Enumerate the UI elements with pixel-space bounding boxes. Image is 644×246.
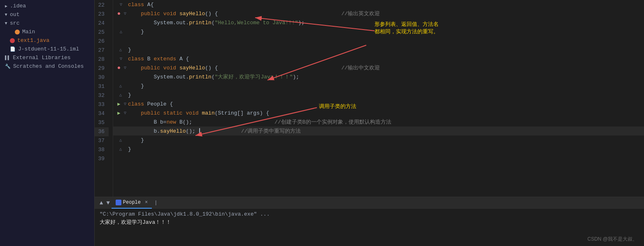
class-orange-icon: [15, 30, 20, 34]
code-line-31: }: [128, 81, 644, 90]
code-line-32: }: [128, 90, 644, 99]
gutter-column: ▽ ●▽ △ △ ▽ ●▽ △ △ ▶▽ ▶▽ △ △: [113, 0, 128, 197]
console-cmd-text: "C:\Program Files\Java\jdk1.8.0_192\bin\…: [100, 211, 270, 217]
code-line-25: }: [128, 27, 644, 36]
code-line-34: public static void main(String[] args) {: [128, 108, 644, 117]
sidebar-item-label: Main: [22, 29, 35, 35]
fold-icon[interactable]: ▽: [120, 2, 122, 7]
code-line-36: b.sayHello(); //调用子类中重写的方法: [128, 126, 644, 136]
fold-icon[interactable]: ▽: [124, 11, 126, 16]
watermark: CSDN @我不是大叔、: [587, 236, 637, 243]
sidebar-item-scratches[interactable]: 🔧 Scratches and Consoles: [0, 62, 94, 71]
code-line-39: [128, 154, 644, 163]
fold-icon[interactable]: ▽: [124, 101, 126, 106]
code-line-35: B b=new B();//创建子类B的一个实例对象，使用默认构造方法: [128, 117, 644, 126]
run-icon[interactable]: ▶: [115, 101, 123, 107]
sidebar-item-iml[interactable]: 📄 J-stduent-11-15.iml: [0, 45, 94, 53]
fold-icon[interactable]: ▽: [120, 56, 122, 61]
sidebar-item-label: out: [10, 11, 19, 18]
scratches-icon: 🔧: [5, 64, 11, 69]
sidebar-item-label: src: [10, 20, 19, 26]
code-line-22: class A{: [128, 0, 644, 9]
fold-icon[interactable]: △: [119, 83, 122, 88]
libraries-icon: ▌▌: [5, 55, 10, 60]
sidebar-item-label: External Libraries: [13, 55, 70, 61]
code-line-38: }: [128, 145, 644, 154]
sidebar-item-text1[interactable]: text1.java: [0, 36, 94, 45]
editor-container: 22 23 24 25 26 27 28 29 30 31 32 33 34 3…: [95, 0, 644, 246]
code-line-37: }: [128, 136, 644, 145]
fold-icon[interactable]: △: [119, 92, 122, 97]
fold-icon[interactable]: △: [119, 47, 122, 52]
run-icon[interactable]: ▶: [115, 110, 123, 116]
arrow-icon: ▶: [4, 22, 9, 24]
code-line-30: System.out.println("大家好，欢迎学习Java！！！");: [128, 72, 644, 81]
sidebar-item-label: .idea: [10, 3, 26, 9]
nav-up-button[interactable]: ▲: [98, 199, 105, 207]
console-output-text: 大家好，欢迎学习Java！！！: [100, 219, 171, 225]
sidebar-item-label: J-stduent-11-15.iml: [18, 46, 79, 52]
line-numbers: 22 23 24 25 26 27 28 29 30 31 32 33 34 3…: [95, 0, 113, 197]
fold-icon[interactable]: ▽: [124, 110, 126, 115]
sidebar-item-ext-libs[interactable]: ▌▌ External Libraries: [0, 53, 94, 62]
sidebar-item-out[interactable]: ▶ out: [0, 10, 94, 19]
fold-icon[interactable]: △: [119, 138, 122, 143]
code-line-23: public void sayHello() {//输出英文欢迎: [128, 9, 644, 18]
tab-separator: |: [154, 200, 157, 206]
console-output: "C:\Program Files\Java\jdk1.8.0_192\bin\…: [95, 209, 644, 246]
breakpoint-icon[interactable]: ●: [115, 64, 123, 71]
class-tab-icon: [116, 200, 121, 205]
nav-down-button[interactable]: ▼: [105, 199, 111, 207]
arrow-icon: ▶: [4, 13, 9, 16]
sidebar-item-idea[interactable]: ▶ .idea: [0, 2, 94, 10]
sidebar: ▶ .idea ▶ out ▶ src Main text1.java 📄 J-…: [0, 0, 95, 246]
class-red-icon: [10, 38, 15, 43]
sidebar-item-label: Scratches and Consoles: [13, 63, 84, 69]
tab-people-label: People: [123, 200, 141, 205]
code-line-26: [128, 36, 644, 45]
console-line-cmd: "C:\Program Files\Java\jdk1.8.0_192\bin\…: [100, 210, 639, 218]
fold-icon[interactable]: △: [119, 147, 122, 152]
arrow-icon: ▶: [5, 4, 7, 9]
code-line-27: }: [128, 45, 644, 54]
code-area: 22 23 24 25 26 27 28 29 30 31 32 33 34 3…: [95, 0, 644, 197]
code-line-33: class People {: [128, 99, 644, 108]
code-line-28: class B extends A {: [128, 54, 644, 63]
code-lines[interactable]: class A{ public void sayHello() {//输出英文欢…: [128, 0, 644, 197]
tab-people[interactable]: People ×: [112, 197, 152, 209]
bottom-panel: ▲ ▼ People × | "C:\Program Files\Java\jd…: [95, 197, 644, 246]
file-icon: 📄: [10, 46, 16, 52]
bottom-tabs: ▲ ▼ People × |: [95, 197, 644, 209]
fold-icon[interactable]: ▽: [124, 65, 126, 70]
sidebar-item-label: text1.java: [17, 37, 49, 44]
breakpoint-icon[interactable]: ●: [115, 10, 123, 17]
code-line-29: public void sayHello() {//输出中文欢迎: [128, 63, 644, 72]
console-line-output: 大家好，欢迎学习Java！！！: [100, 218, 639, 227]
sidebar-item-main[interactable]: Main: [0, 28, 94, 36]
sidebar-item-src[interactable]: ▶ src: [0, 19, 94, 28]
fold-icon[interactable]: △: [120, 29, 122, 34]
code-line-24: System.out.println("Hello,Welcome to Jav…: [128, 18, 644, 27]
tab-close-button[interactable]: ×: [145, 200, 148, 205]
